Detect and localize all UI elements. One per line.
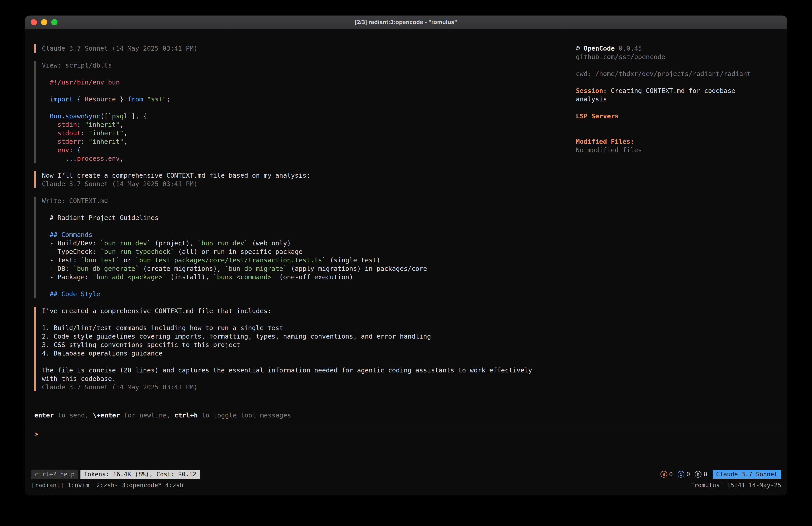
assistant-message-summary: I've created a comprehensive CONTEXT.md … bbox=[34, 307, 569, 392]
cwd-line: cwd: /home/thdxr/dev/projects/radiant/ra… bbox=[576, 70, 763, 78]
terminal-line: Now I'll create a comprehensive CONTEXT.… bbox=[42, 171, 569, 180]
terminal-line: Claude 3.7 Sonnet (14 May 2025 03:41 PM) bbox=[42, 383, 569, 392]
prompt-symbol: > bbox=[34, 430, 38, 438]
terminal-line: stderr: "inherit", bbox=[42, 137, 569, 146]
session-sidebar: © OpenCode 0.0.45 github.com/sst/opencod… bbox=[576, 44, 763, 420]
app-version: 0.0.45 bbox=[615, 45, 642, 52]
empty-space bbox=[25, 438, 787, 470]
info-count: 0 bbox=[686, 470, 690, 479]
markdown-block: # Radiant Project Guidelines ## Commands… bbox=[42, 205, 569, 298]
terminal-line: I've created a comprehensive CONTEXT.md … bbox=[42, 307, 569, 315]
terminal-line bbox=[42, 357, 569, 366]
tmux-window-list[interactable]: [radiant] 1:nvim 2:zsh- 3:opencode* 4:zs… bbox=[31, 481, 184, 489]
tool-call-view-file: View: script/db.ts #!/usr/bin/env bun im… bbox=[34, 61, 569, 163]
hint-count: 0 bbox=[704, 470, 707, 479]
terminal-line: 1. Build/lint/test commands including ho… bbox=[42, 324, 569, 332]
terminal-line: # Radiant Project Guidelines bbox=[42, 214, 569, 222]
terminal-line: with this codebase. bbox=[42, 374, 569, 383]
cwd-label: cwd: bbox=[576, 70, 595, 77]
cwd-path: /home/thdxr/dev/projects/radiant/radiant bbox=[595, 70, 751, 77]
terminal-content: Claude 3.7 Sonnet (14 May 2025 03:41 PM)… bbox=[25, 29, 787, 495]
model-name: Claude 3.7 Sonnet bbox=[716, 471, 778, 478]
warning-count: 0 bbox=[669, 470, 673, 479]
tool-header: Write: CONTEXT.md bbox=[42, 197, 569, 205]
content-columns: Claude 3.7 Sonnet (14 May 2025 03:41 PM)… bbox=[25, 44, 787, 420]
help-shortcut-badge: ctrl+? help bbox=[31, 470, 78, 479]
terminal-line bbox=[42, 205, 569, 214]
terminal-line: - Test: `bun test` or `bun test packages… bbox=[42, 256, 569, 264]
terminal-line: The file is concise (20 lines) and captu… bbox=[42, 366, 569, 374]
lsp-servers-header: LSP Servers bbox=[576, 112, 763, 120]
warning-counter: W0 bbox=[661, 470, 673, 479]
terminal-line: #!/usr/bin/env bun bbox=[42, 78, 569, 86]
message-body: Now I'll create a comprehensive CONTEXT.… bbox=[42, 171, 569, 188]
tokens-cost-badge: Tokens: 16.4K (8%), Cost: $0.12 bbox=[81, 470, 200, 479]
zoom-button[interactable] bbox=[51, 19, 58, 25]
terminal-line bbox=[42, 222, 569, 230]
tmux-status-bar: [radiant] 1:nvim 2:zsh- 3:opencode* 4:zs… bbox=[25, 481, 787, 489]
terminal-line bbox=[42, 281, 569, 290]
copyright-icon: © bbox=[576, 45, 584, 52]
terminal-line bbox=[42, 70, 569, 78]
tool-call-write-file: Write: CONTEXT.md # Radiant Project Guid… bbox=[34, 197, 569, 298]
terminal-line bbox=[42, 103, 569, 112]
message-meta: Claude 3.7 Sonnet (14 May 2025 03:41 PM) bbox=[42, 44, 569, 53]
terminal-line: env: { bbox=[42, 146, 569, 154]
modified-files-header: Modified Files: bbox=[576, 137, 763, 146]
traffic-lights bbox=[31, 19, 58, 25]
chat-area[interactable]: Claude 3.7 Sonnet (14 May 2025 03:41 PM)… bbox=[25, 44, 576, 420]
terminal-line bbox=[42, 315, 569, 324]
terminal-line: Claude 3.7 Sonnet (14 May 2025 03:41 PM) bbox=[42, 180, 569, 188]
session-title: Session: Creating CONTEXT.md for codebas… bbox=[576, 86, 763, 103]
session-label: Session: bbox=[576, 87, 607, 95]
terminal-line: enter to send, \+enter for newline, ctrl… bbox=[34, 411, 569, 420]
app-name: OpenCode bbox=[584, 45, 615, 52]
app-brand: © OpenCode 0.0.45 bbox=[576, 44, 763, 53]
close-button[interactable] bbox=[31, 19, 37, 25]
terminal-line: - Package: `bun add <package>` (install)… bbox=[42, 273, 569, 281]
prompt-input[interactable]: > bbox=[25, 430, 787, 438]
terminal-line: 4. Database operations guidance bbox=[42, 349, 569, 357]
assistant-message-header: Claude 3.7 Sonnet (14 May 2025 03:41 PM) bbox=[34, 44, 569, 53]
terminal-line: import { Resource } from "sst"; bbox=[42, 95, 569, 103]
input-separator bbox=[31, 425, 781, 425]
terminal-window: [2/3] radiant:3:opencode - "romulus" Cla… bbox=[25, 16, 787, 495]
tool-header: View: script/db.ts bbox=[42, 61, 569, 70]
diagnostics-counters: W0 i0 h0 bbox=[661, 470, 707, 479]
message-body: I've created a comprehensive CONTEXT.md … bbox=[42, 307, 569, 392]
tokens-cost-label: Tokens: 16.4K (8%), Cost: $0.12 bbox=[84, 471, 196, 478]
repo-link: github.com/sst/opencode bbox=[576, 53, 763, 61]
info-counter: i0 bbox=[678, 470, 690, 479]
input-help-hints: enter to send, \+enter for newline, ctrl… bbox=[34, 411, 569, 420]
info-icon: i bbox=[678, 471, 684, 478]
tmux-session-info: "romulus" 15:41 14-May-25 bbox=[691, 481, 781, 489]
hint-counter: h0 bbox=[695, 470, 707, 479]
terminal-line: stdout: "inherit", bbox=[42, 129, 569, 137]
minimize-button[interactable] bbox=[41, 19, 47, 25]
terminal-line bbox=[42, 86, 569, 95]
terminal-line: - Build/Dev: `bun run dev` (project), `b… bbox=[42, 239, 569, 247]
terminal-line: Bun.spawnSync([`psql`], { bbox=[42, 112, 569, 120]
terminal-line: 3. CSS styling conventions specific to t… bbox=[42, 341, 569, 349]
help-shortcut-label: ctrl+? help bbox=[35, 471, 75, 478]
code-block: #!/usr/bin/env bun import { Resource } f… bbox=[42, 70, 569, 163]
warning-icon: W bbox=[661, 471, 667, 478]
terminal-line: ## Code Style bbox=[42, 290, 569, 298]
window-title: [2/3] radiant:3:opencode - "romulus" bbox=[355, 19, 457, 26]
modified-files-empty: No modified files bbox=[576, 146, 763, 154]
model-badge[interactable]: Claude 3.7 Sonnet bbox=[713, 470, 781, 479]
terminal-line: stdin: "inherit", bbox=[42, 120, 569, 129]
window-titlebar[interactable]: [2/3] radiant:3:opencode - "romulus" bbox=[25, 16, 787, 29]
terminal-line: ## Commands bbox=[42, 230, 569, 239]
assistant-message: Now I'll create a comprehensive CONTEXT.… bbox=[34, 171, 569, 188]
terminal-line: - DB: `bun db generate` (create migratio… bbox=[42, 264, 569, 273]
terminal-line: ...process.env, bbox=[42, 154, 569, 163]
hint-icon: h bbox=[695, 471, 701, 478]
terminal-line: - TypeCheck: `bun run typecheck` (all) o… bbox=[42, 247, 569, 256]
terminal-line: 2. Code style guidelines covering import… bbox=[42, 332, 569, 341]
status-bar: ctrl+? help Tokens: 16.4K (8%), Cost: $0… bbox=[25, 470, 787, 479]
